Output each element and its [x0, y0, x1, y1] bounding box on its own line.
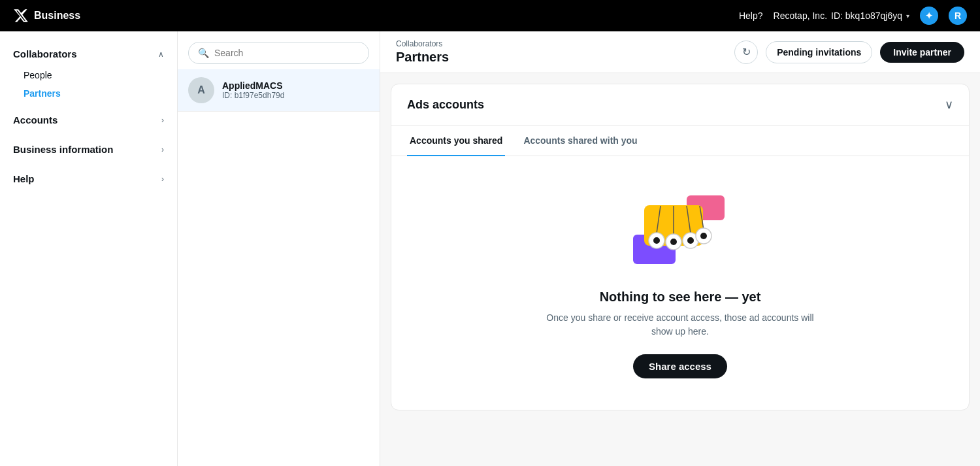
empty-state: Nothing to see here — yet Once you share…: [391, 156, 969, 410]
main-content: Collaborators Partners ↻ Pending invitat…: [380, 31, 980, 466]
header-titles: Collaborators Partners: [396, 39, 449, 65]
search-input[interactable]: [214, 48, 359, 58]
topnav-left: Business: [13, 8, 80, 24]
ads-card-chevron-icon[interactable]: ∨: [945, 97, 953, 112]
tab-label: Accounts shared with you: [523, 135, 637, 146]
top-navigation: Business Help? Recotap, Inc. ID: bkq1o87…: [0, 0, 980, 31]
help-link[interactable]: Help?: [739, 10, 763, 21]
sidebar-item-business-info[interactable]: Business information ›: [0, 137, 177, 161]
business-chevron-icon: ›: [161, 145, 164, 154]
sidebar-item-help[interactable]: Help ›: [0, 167, 177, 191]
topnav-right: Help? Recotap, Inc. ID: bkq1o87qj6yq ▾ ✦…: [739, 7, 967, 25]
sidebar-item-partners[interactable]: Partners: [0, 84, 177, 103]
tab-accounts-shared-with-you[interactable]: Accounts shared with you: [521, 126, 640, 156]
sidebar-people-label: People: [24, 70, 52, 80]
help-chevron-icon: ›: [161, 175, 164, 184]
sidebar-help-label: Help: [13, 173, 35, 184]
avatar: A: [188, 77, 214, 103]
refresh-button[interactable]: ↻: [734, 41, 758, 64]
sidebar-item-people[interactable]: People: [0, 66, 177, 84]
sidebar-accounts-section: Accounts ›: [0, 105, 177, 135]
refresh-icon: ↻: [742, 46, 751, 58]
ads-card-title: Ads accounts: [407, 98, 484, 112]
invite-partner-button[interactable]: Invite partner: [880, 42, 964, 63]
list-item[interactable]: A AppliedMACS ID: b1f97e5dh79d: [178, 69, 380, 112]
content-header: Collaborators Partners ↻ Pending invitat…: [380, 31, 980, 73]
empty-illustration: [628, 182, 732, 274]
svg-point-14: [700, 233, 707, 239]
sidebar: Collaborators ∧ People Partners Accounts…: [0, 31, 178, 466]
partner-info: AppliedMACS ID: b1f97e5dh79d: [222, 80, 369, 100]
ads-accounts-card: Ads accounts ∨ Accounts you shared Accou…: [391, 84, 970, 410]
header-actions: ↻ Pending invitations Invite partner: [734, 41, 964, 64]
share-access-button[interactable]: Share access: [633, 354, 727, 378]
collaborators-chevron-icon: ∧: [158, 50, 164, 59]
sidebar-accounts-label: Accounts: [13, 114, 57, 125]
tabs: Accounts you shared Accounts shared with…: [391, 125, 969, 156]
partner-name: AppliedMACS: [222, 80, 369, 91]
sidebar-business-section: Business information ›: [0, 135, 177, 164]
main-layout: Collaborators ∧ People Partners Accounts…: [0, 31, 980, 466]
x-logo-icon: [13, 8, 29, 24]
svg-point-8: [653, 237, 660, 244]
tab-accounts-you-shared[interactable]: Accounts you shared: [407, 126, 505, 156]
partner-panel: 🔍 A AppliedMACS ID: b1f97e5dh79d: [178, 31, 380, 466]
sidebar-business-label: Business information: [13, 144, 113, 155]
account-id: ID: bkq1o87qj6yq: [831, 10, 902, 21]
pending-invitations-button[interactable]: Pending invitations: [766, 41, 872, 63]
accounts-chevron-icon: ›: [161, 116, 164, 125]
notifications-icon[interactable]: ✦: [920, 7, 938, 25]
partner-id: ID: b1f97e5dh79d: [222, 91, 369, 100]
page-title: Partners: [396, 50, 449, 65]
search-wrapper[interactable]: 🔍: [188, 42, 369, 64]
breadcrumb: Collaborators: [396, 39, 449, 48]
svg-point-12: [687, 237, 694, 244]
search-icon: 🔍: [198, 48, 209, 58]
brand-label: Business: [34, 10, 80, 22]
account-chevron-icon: ▾: [906, 12, 909, 20]
svg-point-10: [670, 239, 677, 245]
ads-card-header: Ads accounts ∨: [391, 84, 969, 125]
sidebar-collaborators-label: Collaborators: [13, 48, 77, 59]
sidebar-partners-label: Partners: [24, 88, 61, 99]
content-area: 🔍 A AppliedMACS ID: b1f97e5dh79d Co: [178, 31, 980, 466]
account-avatar[interactable]: R: [949, 7, 967, 25]
sidebar-collaborators-section: Collaborators ∧ People Partners: [0, 39, 177, 105]
tab-label: Accounts you shared: [410, 135, 502, 146]
search-container: 🔍: [178, 31, 380, 69]
account-name: Recotap, Inc.: [774, 10, 828, 21]
cradle-svg: [628, 182, 732, 274]
empty-description: Once you share or receive account access…: [543, 311, 817, 339]
account-selector[interactable]: Recotap, Inc. ID: bkq1o87qj6yq ▾: [774, 10, 909, 21]
partner-list: A AppliedMACS ID: b1f97e5dh79d: [178, 69, 380, 466]
sidebar-item-collaborators[interactable]: Collaborators ∧: [0, 42, 177, 66]
sidebar-item-accounts[interactable]: Accounts ›: [0, 108, 177, 132]
sidebar-help-section: Help ›: [0, 164, 177, 193]
empty-title: Nothing to see here — yet: [600, 290, 761, 305]
